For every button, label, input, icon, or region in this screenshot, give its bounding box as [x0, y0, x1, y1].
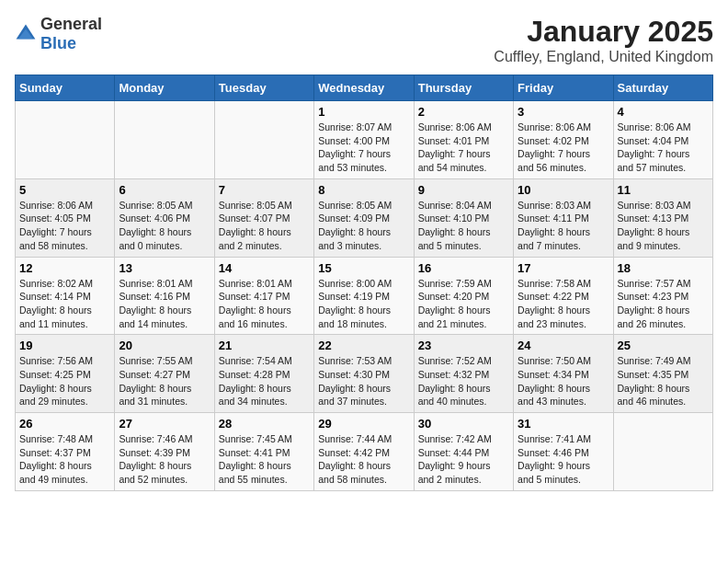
calendar-cell: 24Sunrise: 7:50 AM Sunset: 4:34 PM Dayli…: [514, 335, 613, 413]
header-wednesday: Wednesday: [314, 75, 414, 101]
day-info: Sunrise: 8:06 AM Sunset: 4:01 PM Dayligh…: [418, 121, 509, 175]
day-number: 18: [618, 261, 709, 275]
day-number: 6: [119, 183, 210, 197]
day-number: 23: [418, 339, 509, 352]
day-info: Sunrise: 8:05 AM Sunset: 4:09 PM Dayligh…: [318, 199, 409, 253]
day-info: Sunrise: 7:42 AM Sunset: 4:44 PM Dayligh…: [418, 432, 509, 487]
header-friday: Friday: [514, 75, 613, 101]
calendar-cell: 5Sunrise: 8:06 AM Sunset: 4:05 PM Daylig…: [16, 178, 115, 257]
calendar-week-2: 5Sunrise: 8:06 AM Sunset: 4:05 PM Daylig…: [16, 178, 713, 257]
calendar-cell: 31Sunrise: 7:41 AM Sunset: 4:46 PM Dayli…: [514, 413, 613, 491]
day-number: 13: [119, 261, 210, 275]
calendar-week-5: 26Sunrise: 7:48 AM Sunset: 4:37 PM Dayli…: [16, 413, 713, 491]
header-sunday: Sunday: [16, 75, 115, 101]
day-info: Sunrise: 8:03 AM Sunset: 4:13 PM Dayligh…: [618, 199, 709, 253]
logo: General Blue: [15, 15, 102, 53]
day-number: 16: [418, 261, 509, 275]
subtitle: Cuffley, England, United Kingdom: [494, 49, 713, 65]
day-number: 1: [318, 105, 409, 119]
calendar-cell: 12Sunrise: 8:02 AM Sunset: 4:14 PM Dayli…: [16, 257, 115, 335]
calendar-cell: 30Sunrise: 7:42 AM Sunset: 4:44 PM Dayli…: [414, 413, 513, 491]
calendar-cell: 22Sunrise: 7:53 AM Sunset: 4:30 PM Dayli…: [314, 335, 414, 413]
day-number: 8: [318, 183, 409, 197]
day-info: Sunrise: 8:04 AM Sunset: 4:10 PM Dayligh…: [418, 199, 509, 253]
day-number: 10: [518, 183, 609, 197]
calendar-cell: 8Sunrise: 8:05 AM Sunset: 4:09 PM Daylig…: [314, 178, 414, 257]
calendar-cell: [115, 101, 214, 179]
calendar-week-1: 1Sunrise: 8:07 AM Sunset: 4:00 PM Daylig…: [16, 101, 713, 179]
day-info: Sunrise: 8:00 AM Sunset: 4:19 PM Dayligh…: [318, 277, 409, 331]
calendar-cell: 3Sunrise: 8:06 AM Sunset: 4:02 PM Daylig…: [514, 101, 613, 179]
calendar-cell: 10Sunrise: 8:03 AM Sunset: 4:11 PM Dayli…: [514, 178, 613, 257]
day-number: 7: [219, 183, 310, 197]
day-info: Sunrise: 8:06 AM Sunset: 4:05 PM Dayligh…: [19, 199, 110, 253]
calendar-cell: [613, 413, 712, 491]
day-number: 20: [119, 339, 210, 352]
day-info: Sunrise: 7:56 AM Sunset: 4:25 PM Dayligh…: [19, 354, 110, 408]
calendar-cell: 9Sunrise: 8:04 AM Sunset: 4:10 PM Daylig…: [414, 178, 513, 257]
calendar-cell: [214, 101, 313, 179]
day-number: 2: [418, 105, 509, 119]
calendar-table: SundayMondayTuesdayWednesdayThursdayFrid…: [15, 75, 713, 491]
day-number: 26: [19, 417, 110, 431]
day-info: Sunrise: 7:49 AM Sunset: 4:35 PM Dayligh…: [618, 354, 709, 408]
day-number: 9: [418, 183, 509, 197]
header: General Blue January 2025 Cuffley, Engla…: [15, 15, 713, 65]
calendar-cell: 20Sunrise: 7:55 AM Sunset: 4:27 PM Dayli…: [115, 335, 214, 413]
day-info: Sunrise: 8:06 AM Sunset: 4:04 PM Dayligh…: [618, 121, 709, 175]
day-info: Sunrise: 7:59 AM Sunset: 4:20 PM Dayligh…: [418, 277, 509, 331]
day-info: Sunrise: 7:54 AM Sunset: 4:28 PM Dayligh…: [219, 354, 310, 408]
day-info: Sunrise: 7:41 AM Sunset: 4:46 PM Dayligh…: [518, 432, 609, 487]
calendar-cell: 28Sunrise: 7:45 AM Sunset: 4:41 PM Dayli…: [214, 413, 313, 491]
logo-icon: [15, 23, 37, 45]
day-info: Sunrise: 7:50 AM Sunset: 4:34 PM Dayligh…: [518, 354, 609, 408]
day-info: Sunrise: 7:45 AM Sunset: 4:41 PM Dayligh…: [219, 432, 310, 487]
calendar-cell: 19Sunrise: 7:56 AM Sunset: 4:25 PM Dayli…: [16, 335, 115, 413]
day-info: Sunrise: 7:44 AM Sunset: 4:42 PM Dayligh…: [318, 432, 409, 487]
calendar-cell: [16, 101, 115, 179]
day-info: Sunrise: 8:05 AM Sunset: 4:07 PM Dayligh…: [219, 199, 310, 253]
calendar-week-3: 12Sunrise: 8:02 AM Sunset: 4:14 PM Dayli…: [16, 257, 713, 335]
day-number: 12: [19, 261, 110, 275]
calendar-cell: 29Sunrise: 7:44 AM Sunset: 4:42 PM Dayli…: [314, 413, 414, 491]
logo-general: General: [40, 15, 102, 33]
day-number: 3: [518, 105, 609, 119]
day-number: 27: [119, 417, 210, 431]
calendar-cell: 14Sunrise: 8:01 AM Sunset: 4:17 PM Dayli…: [214, 257, 313, 335]
calendar-cell: 18Sunrise: 7:57 AM Sunset: 4:23 PM Dayli…: [613, 257, 712, 335]
calendar-cell: 27Sunrise: 7:46 AM Sunset: 4:39 PM Dayli…: [115, 413, 214, 491]
header-monday: Monday: [115, 75, 214, 101]
day-number: 22: [318, 339, 409, 352]
day-number: 28: [219, 417, 310, 431]
day-number: 15: [318, 261, 409, 275]
calendar-cell: 21Sunrise: 7:54 AM Sunset: 4:28 PM Dayli…: [214, 335, 313, 413]
day-number: 4: [618, 105, 709, 119]
day-number: 14: [219, 261, 310, 275]
calendar-cell: 11Sunrise: 8:03 AM Sunset: 4:13 PM Dayli…: [613, 178, 712, 257]
calendar-header-row: SundayMondayTuesdayWednesdayThursdayFrid…: [16, 75, 713, 101]
day-info: Sunrise: 8:07 AM Sunset: 4:00 PM Dayligh…: [318, 121, 409, 175]
day-info: Sunrise: 8:03 AM Sunset: 4:11 PM Dayligh…: [518, 199, 609, 253]
day-number: 17: [518, 261, 609, 275]
day-info: Sunrise: 7:53 AM Sunset: 4:30 PM Dayligh…: [318, 354, 409, 408]
calendar-cell: 13Sunrise: 8:01 AM Sunset: 4:16 PM Dayli…: [115, 257, 214, 335]
day-info: Sunrise: 8:01 AM Sunset: 4:17 PM Dayligh…: [219, 277, 310, 331]
calendar-cell: 17Sunrise: 7:58 AM Sunset: 4:22 PM Dayli…: [514, 257, 613, 335]
day-info: Sunrise: 8:01 AM Sunset: 4:16 PM Dayligh…: [119, 277, 210, 331]
calendar-cell: 25Sunrise: 7:49 AM Sunset: 4:35 PM Dayli…: [613, 335, 712, 413]
header-tuesday: Tuesday: [214, 75, 313, 101]
calendar-cell: 6Sunrise: 8:05 AM Sunset: 4:06 PM Daylig…: [115, 178, 214, 257]
day-number: 21: [219, 339, 310, 352]
calendar-cell: 23Sunrise: 7:52 AM Sunset: 4:32 PM Dayli…: [414, 335, 513, 413]
day-info: Sunrise: 7:52 AM Sunset: 4:32 PM Dayligh…: [418, 354, 509, 408]
logo-blue: Blue: [40, 34, 76, 52]
calendar-cell: 16Sunrise: 7:59 AM Sunset: 4:20 PM Dayli…: [414, 257, 513, 335]
day-number: 19: [19, 339, 110, 352]
calendar-week-4: 19Sunrise: 7:56 AM Sunset: 4:25 PM Dayli…: [16, 335, 713, 413]
day-number: 25: [618, 339, 709, 352]
day-number: 31: [518, 417, 609, 431]
day-info: Sunrise: 8:06 AM Sunset: 4:02 PM Dayligh…: [518, 121, 609, 175]
title-area: January 2025 Cuffley, England, United Ki…: [494, 15, 713, 65]
header-thursday: Thursday: [414, 75, 513, 101]
day-info: Sunrise: 7:46 AM Sunset: 4:39 PM Dayligh…: [119, 432, 210, 487]
